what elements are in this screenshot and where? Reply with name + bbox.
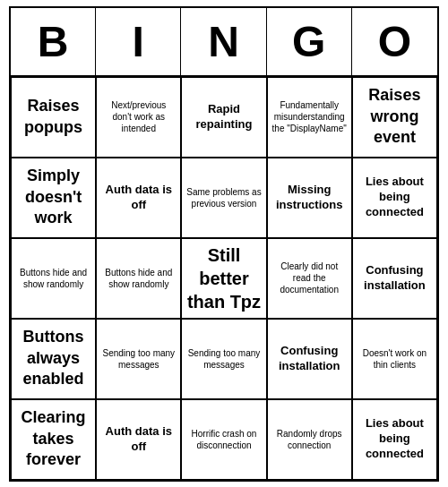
bingo-cell-6: Auth data is off [96, 158, 181, 238]
bingo-cell-10: Buttons hide and show randomly [11, 238, 96, 319]
bingo-letter-n: N [181, 8, 266, 75]
bingo-cell-7: Same problems as previous version [181, 158, 266, 238]
bingo-letter-o: O [352, 8, 437, 75]
bingo-cell-5: Simply doesn't work [11, 158, 96, 238]
bingo-card: BINGO Raises popupsNext/previous don't w… [9, 6, 439, 482]
bingo-cell-19: Doesn't work on thin clients [352, 319, 437, 399]
bingo-cell-18: Confusing installation [267, 319, 352, 399]
bingo-cell-4: Raises wrong event [352, 77, 437, 158]
bingo-cell-22: Horrific crash on disconnection [181, 399, 266, 480]
bingo-header: BINGO [11, 8, 437, 77]
bingo-grid: Raises popupsNext/previous don't work as… [11, 77, 437, 480]
bingo-cell-15: Buttons always enabled [11, 319, 96, 399]
bingo-cell-20: Clearing takes forever [11, 399, 96, 480]
bingo-cell-21: Auth data is off [96, 399, 181, 480]
bingo-cell-24: Lies about being connected [352, 399, 437, 480]
bingo-letter-i: I [96, 8, 181, 75]
bingo-cell-12: Still better than Tpz [181, 238, 266, 319]
bingo-letter-b: B [11, 8, 96, 75]
bingo-cell-17: Sending too many messages [181, 319, 266, 399]
bingo-cell-14: Confusing installation [352, 238, 437, 319]
bingo-cell-23: Randomly drops connection [267, 399, 352, 480]
bingo-cell-8: Missing instructions [267, 158, 352, 238]
bingo-cell-2: Rapid repainting [181, 77, 266, 158]
bingo-cell-0: Raises popups [11, 77, 96, 158]
bingo-cell-3: Fundamentally misunderstanding the "Disp… [267, 77, 352, 158]
bingo-cell-11: Buttons hide and show randomly [96, 238, 181, 319]
bingo-cell-1: Next/previous don't work as intended [96, 77, 181, 158]
bingo-cell-16: Sending too many messages [96, 319, 181, 399]
bingo-letter-g: G [267, 8, 352, 75]
bingo-cell-13: Clearly did not read the documentation [267, 238, 352, 319]
bingo-cell-9: Lies about being connected [352, 158, 437, 238]
